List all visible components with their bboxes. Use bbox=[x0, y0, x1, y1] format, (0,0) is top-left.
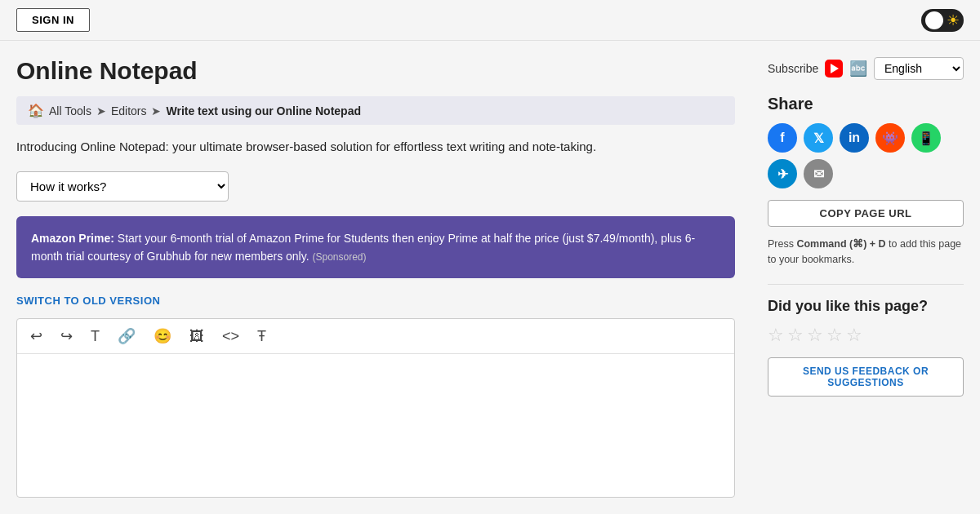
youtube-play-triangle bbox=[831, 64, 839, 73]
switch-version-link[interactable]: SWITCH TO OLD VERSION bbox=[16, 295, 160, 307]
star-1[interactable]: ☆ bbox=[768, 325, 784, 346]
image-button[interactable]: 🖼 bbox=[186, 326, 207, 347]
language-select[interactable]: English Spanish French German Portuguese bbox=[874, 57, 964, 80]
breadcrumb: 🏠 All Tools ➤ Editors ➤ Write text using… bbox=[16, 96, 735, 125]
toggle-circle bbox=[925, 11, 943, 29]
top-bar: SIGN IN ☀ bbox=[0, 0, 980, 41]
sign-in-button[interactable]: SIGN IN bbox=[16, 8, 90, 32]
bookmark-hint: Press Command (⌘) + D to add this page t… bbox=[768, 237, 964, 268]
reddit-share-button[interactable]: 👾 bbox=[875, 123, 905, 153]
emoji-button[interactable]: 😊 bbox=[150, 326, 175, 347]
redo-button[interactable]: ↪ bbox=[57, 326, 76, 347]
twitter-share-button[interactable]: 𝕏 bbox=[804, 123, 833, 153]
code-button[interactable]: <> bbox=[219, 326, 243, 347]
sidebar: Subscribe 🔤 English Spanish French Germa… bbox=[768, 57, 964, 498]
editor-body[interactable] bbox=[17, 354, 734, 497]
editor-container: ↩ ↪ T 🔗 😊 🖼 <> Ŧ bbox=[16, 318, 735, 498]
text-button[interactable]: T bbox=[87, 326, 103, 347]
subscribe-label: Subscribe bbox=[768, 62, 818, 75]
bookmark-hint-command: Command (⌘) + D bbox=[796, 238, 885, 250]
editor-toolbar: ↩ ↪ T 🔗 😊 🖼 <> Ŧ bbox=[17, 319, 734, 354]
whatsapp-share-button[interactable]: 📱 bbox=[911, 123, 941, 153]
how-it-works-select[interactable]: How it works? bbox=[16, 171, 229, 202]
breadcrumb-arrow-1: ➤ bbox=[96, 104, 106, 117]
sun-icon: ☀ bbox=[947, 11, 960, 29]
sidebar-divider bbox=[768, 284, 964, 285]
star-rating[interactable]: ☆ ☆ ☆ ☆ ☆ bbox=[768, 325, 964, 346]
main-layout: Online Notepad 🏠 All Tools ➤ Editors ➤ W… bbox=[0, 41, 980, 498]
star-3[interactable]: ☆ bbox=[807, 325, 823, 346]
clear-button[interactable]: Ŧ bbox=[254, 326, 270, 347]
share-title: Share bbox=[768, 95, 964, 113]
did-you-like-title: Did you like this page? bbox=[768, 298, 964, 315]
linkedin-share-button[interactable]: in bbox=[840, 123, 869, 153]
breadcrumb-all-tools[interactable]: All Tools bbox=[49, 104, 91, 117]
star-4[interactable]: ☆ bbox=[826, 325, 843, 346]
share-icons: f 𝕏 in 👾 📱 ✈ ✉ bbox=[768, 123, 964, 188]
facebook-share-button[interactable]: f bbox=[768, 123, 797, 153]
intro-text: Introducing Online Notepad: your ultimat… bbox=[16, 138, 735, 157]
star-5[interactable]: ☆ bbox=[846, 325, 862, 346]
star-2[interactable]: ☆ bbox=[787, 325, 804, 346]
breadcrumb-arrow-2: ➤ bbox=[151, 104, 161, 117]
page-title: Online Notepad bbox=[16, 57, 735, 85]
link-button[interactable]: 🔗 bbox=[114, 326, 139, 347]
translate-icon: 🔤 bbox=[849, 60, 867, 78]
content-area: Online Notepad 🏠 All Tools ➤ Editors ➤ W… bbox=[16, 57, 735, 498]
telegram-share-button[interactable]: ✈ bbox=[768, 159, 797, 188]
email-share-button[interactable]: ✉ bbox=[804, 159, 833, 188]
theme-toggle[interactable]: ☀ bbox=[921, 9, 964, 32]
ad-brand: Amazon Prime: bbox=[31, 232, 114, 245]
undo-button[interactable]: ↩ bbox=[27, 326, 46, 347]
feedback-button[interactable]: SEND US FEEDBACK OR SUGGESTIONS bbox=[768, 357, 964, 397]
home-icon: 🏠 bbox=[28, 103, 44, 118]
subscribe-row: Subscribe 🔤 English Spanish French Germa… bbox=[768, 57, 964, 80]
youtube-icon[interactable] bbox=[825, 60, 843, 78]
breadcrumb-current: Write text using our Online Notepad bbox=[166, 104, 361, 117]
sponsored-label: (Sponsored) bbox=[312, 251, 366, 263]
breadcrumb-editors[interactable]: Editors bbox=[111, 104, 147, 117]
copy-url-button[interactable]: COPY PAGE URL bbox=[768, 200, 964, 227]
ad-banner: Amazon Prime: Start your 6-month trial o… bbox=[16, 216, 735, 279]
